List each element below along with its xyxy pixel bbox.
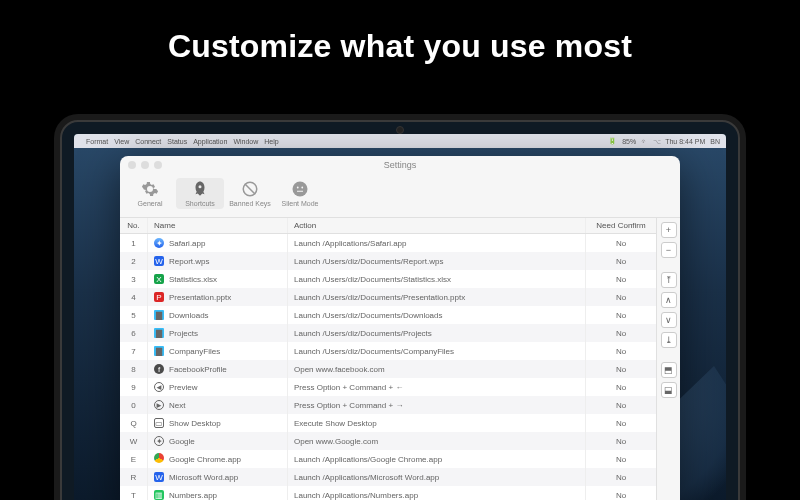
table-row[interactable]: T▥Numbers.appLaunch /Applications/Number… <box>120 486 656 500</box>
chrome-icon <box>154 453 164 465</box>
row-name-text: Projects <box>169 329 198 338</box>
cell-no: 3 <box>120 270 148 288</box>
table-row[interactable]: 7▇CompanyFilesLaunch /Users/diz/Document… <box>120 342 656 360</box>
table-row[interactable]: RWMicrosoft Word.appLaunch /Applications… <box>120 468 656 486</box>
import-button[interactable]: ⬒ <box>661 362 677 378</box>
row-name-text: Show Desktop <box>169 419 221 428</box>
col-name[interactable]: Name <box>148 218 288 233</box>
table-row[interactable]: W✦GoogleOpen www.Google.comNo <box>120 432 656 450</box>
table-row[interactable]: EGoogle Chrome.appLaunch /Applications/G… <box>120 450 656 468</box>
cell-action: Launch /Users/diz/Documents/Downloads <box>288 306 586 324</box>
gear-icon <box>141 180 159 198</box>
menubar-right: 🔋 85% ᯤ ⌥ Thu 8:44 PM BN <box>608 137 720 145</box>
cell-name: ▇Downloads <box>148 306 288 324</box>
ban-icon <box>241 180 259 198</box>
cell-no: 8 <box>120 360 148 378</box>
cell-name: ►Next <box>148 396 288 414</box>
cell-no: W <box>120 432 148 450</box>
cell-no: T <box>120 486 148 500</box>
battery-percent: 85% <box>622 138 636 145</box>
menu-format[interactable]: Format <box>86 138 108 145</box>
cell-no: 5 <box>120 306 148 324</box>
table-row[interactable]: 4PPresentation.pptxLaunch /Users/diz/Doc… <box>120 288 656 306</box>
row-name-text: Google Chrome.app <box>169 455 241 464</box>
down-button[interactable]: ∨ <box>661 312 677 328</box>
wifi-icon: ᯤ <box>641 138 648 145</box>
cell-name: WReport.wps <box>148 252 288 270</box>
cell-no: 1 <box>120 234 148 252</box>
add-button[interactable]: + <box>661 222 677 238</box>
cell-no: 0 <box>120 396 148 414</box>
table-row[interactable]: 1✦Safari.appLaunch /Applications/Safari.… <box>120 234 656 252</box>
cell-action: Launch /Users/diz/Documents/Statistics.x… <box>288 270 586 288</box>
battery-icon: 🔋 <box>608 137 617 145</box>
col-action[interactable]: Action <box>288 218 586 233</box>
table-row[interactable]: 9◄PreviewPress Option + Command + ←No <box>120 378 656 396</box>
menu-window[interactable]: Window <box>233 138 258 145</box>
folder-icon: ▇ <box>154 310 164 320</box>
cell-confirm: No <box>586 234 656 252</box>
tab-shortcuts[interactable]: Shortcuts <box>176 178 224 209</box>
svg-point-2 <box>293 182 308 197</box>
xls-icon: X <box>154 274 164 284</box>
cell-no: 7 <box>120 342 148 360</box>
window-title: Settings <box>120 160 680 170</box>
menubar-user: BN <box>710 138 720 145</box>
menu-status[interactable]: Status <box>167 138 187 145</box>
tab-banned[interactable]: Banned Keys <box>226 178 274 209</box>
menu-connect[interactable]: Connect <box>135 138 161 145</box>
cell-action: Launch /Applications/Google Chrome.app <box>288 450 586 468</box>
cell-name: ✦Safari.app <box>148 234 288 252</box>
side-button-column: +−⤒∧∨⤓⬒⬓ <box>656 218 680 500</box>
menu-view[interactable]: View <box>114 138 129 145</box>
macos-menubar: FormatViewConnectStatusApplicationWindow… <box>74 134 726 148</box>
doc-icon: W <box>154 256 164 266</box>
cell-action: Execute Show Desktop <box>288 414 586 432</box>
menu-application[interactable]: Application <box>193 138 227 145</box>
cell-action: Press Option + Command + → <box>288 396 586 414</box>
top-button[interactable]: ⤒ <box>661 272 677 288</box>
col-no[interactable]: No. <box>120 218 148 233</box>
table-row[interactable]: 8fFacebookProfileOpen www.facebook.comNo <box>120 360 656 378</box>
col-confirm[interactable]: Need Confirm <box>586 218 656 233</box>
cell-no: 9 <box>120 378 148 396</box>
table-row[interactable]: 6▇ProjectsLaunch /Users/diz/Documents/Pr… <box>120 324 656 342</box>
table-row[interactable]: Q▭Show DesktopExecute Show DesktopNo <box>120 414 656 432</box>
table-row[interactable]: 5▇DownloadsLaunch /Users/diz/Documents/D… <box>120 306 656 324</box>
rocket-icon <box>191 180 209 198</box>
table-row[interactable]: 2WReport.wpsLaunch /Users/diz/Documents/… <box>120 252 656 270</box>
fb-icon: f <box>154 364 164 374</box>
numbers-icon: ▥ <box>154 490 164 500</box>
up-button[interactable]: ∧ <box>661 292 677 308</box>
cell-no: 4 <box>120 288 148 306</box>
cell-confirm: No <box>586 450 656 468</box>
cell-action: Launch /Users/diz/Documents/Presentation… <box>288 288 586 306</box>
cell-action: Launch /Users/diz/Documents/CompanyFiles <box>288 342 586 360</box>
cell-confirm: No <box>586 378 656 396</box>
table-row[interactable]: 0►NextPress Option + Command + →No <box>120 396 656 414</box>
cell-confirm: No <box>586 306 656 324</box>
cell-action: Press Option + Command + ← <box>288 378 586 396</box>
row-name-text: Report.wps <box>169 257 209 266</box>
remove-button[interactable]: − <box>661 242 677 258</box>
tab-general[interactable]: General <box>126 178 174 209</box>
cell-name: Google Chrome.app <box>148 450 288 468</box>
cell-confirm: No <box>586 270 656 288</box>
row-name-text: Safari.app <box>169 239 205 248</box>
cell-action: Open www.Google.com <box>288 432 586 450</box>
export-button[interactable]: ⬓ <box>661 382 677 398</box>
next-icon: ► <box>154 400 164 410</box>
bottom-button[interactable]: ⤓ <box>661 332 677 348</box>
menu-help[interactable]: Help <box>264 138 278 145</box>
globe-icon: ✦ <box>154 436 164 446</box>
row-name-text: Next <box>169 401 185 410</box>
svg-line-1 <box>245 184 256 195</box>
table-row[interactable]: 3XStatistics.xlsxLaunch /Users/diz/Docum… <box>120 270 656 288</box>
hero-title: Customize what you use most <box>0 0 800 87</box>
cell-name: XStatistics.xlsx <box>148 270 288 288</box>
tab-silent[interactable]: Silent Mode <box>276 178 324 209</box>
cell-name: PPresentation.pptx <box>148 288 288 306</box>
cell-name: fFacebookProfile <box>148 360 288 378</box>
cell-no: 2 <box>120 252 148 270</box>
control-center-icon: ⌥ <box>653 138 660 145</box>
